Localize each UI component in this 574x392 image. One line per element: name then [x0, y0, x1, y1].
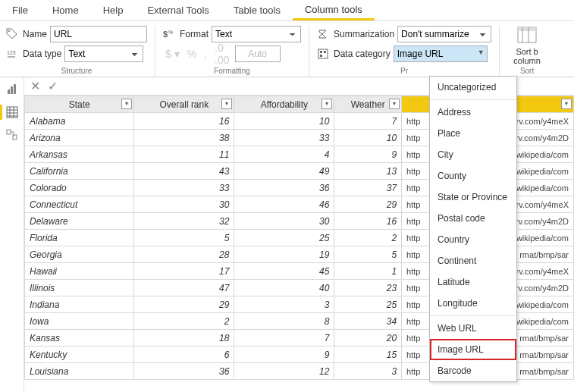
- cell-weather[interactable]: 13: [334, 163, 402, 180]
- cell-weather[interactable]: 3: [334, 363, 402, 380]
- cell-weather[interactable]: 34: [334, 313, 402, 330]
- report-view-icon[interactable]: [5, 82, 20, 97]
- cell-state[interactable]: Indiana: [25, 296, 134, 313]
- cell-state[interactable]: Florida: [25, 230, 134, 246]
- cell-affordability[interactable]: 9: [234, 347, 334, 363]
- format-select[interactable]: Text: [212, 26, 301, 42]
- dropdown-option[interactable]: Place: [430, 123, 516, 144]
- cell-state[interactable]: Kentucky: [25, 347, 134, 363]
- cell-affordability[interactable]: 36: [234, 180, 334, 196]
- cell-affordability[interactable]: 46: [234, 196, 334, 213]
- cell-affordability[interactable]: 4: [234, 146, 334, 163]
- cell-rank[interactable]: 18: [134, 330, 234, 347]
- cancel-icon[interactable]: ✕: [30, 79, 40, 93]
- cell-affordability[interactable]: 30: [234, 213, 334, 230]
- dropdown-option[interactable]: County: [430, 165, 516, 187]
- dropdown-option[interactable]: Image URL: [430, 339, 516, 360]
- column-filter-icon[interactable]: ▾: [121, 99, 132, 109]
- cell-affordability[interactable]: 49: [234, 163, 334, 180]
- cell-state[interactable]: Louisiana: [25, 363, 134, 380]
- model-view-icon[interactable]: [5, 127, 20, 143]
- cell-weather[interactable]: 10: [334, 130, 402, 146]
- column-header[interactable]: Weather▾: [334, 96, 402, 113]
- dropdown-option[interactable]: City: [430, 144, 516, 165]
- menu-table-tools[interactable]: Table tools: [221, 0, 293, 20]
- cell-weather[interactable]: 37: [334, 180, 402, 196]
- column-header[interactable]: Overall rank▾: [134, 96, 234, 113]
- cell-weather[interactable]: 7: [334, 113, 402, 130]
- currency-button[interactable]: $ ▾: [163, 48, 182, 60]
- cell-rank[interactable]: 16: [134, 113, 234, 130]
- cell-state[interactable]: Delaware: [25, 213, 134, 230]
- cell-affordability[interactable]: 10: [234, 113, 334, 130]
- percent-button[interactable]: %: [185, 48, 199, 60]
- cell-state[interactable]: Arkansas: [25, 146, 134, 163]
- cell-affordability[interactable]: 8: [234, 313, 334, 330]
- cell-affordability[interactable]: 33: [234, 130, 334, 146]
- cell-affordability[interactable]: 7: [234, 330, 334, 347]
- menu-external-tools[interactable]: External Tools: [135, 0, 221, 20]
- data-view-icon[interactable]: [0, 105, 20, 120]
- cell-rank[interactable]: 29: [134, 296, 234, 313]
- cell-state[interactable]: California: [25, 163, 134, 180]
- column-filter-icon[interactable]: ▾: [322, 99, 332, 109]
- sort-by-column-button[interactable]: Sort b column: [507, 26, 547, 65]
- dropdown-option[interactable]: Barcode: [430, 360, 516, 381]
- thousands-button[interactable]: ,: [202, 48, 209, 60]
- dropdown-option[interactable]: State or Province: [430, 187, 516, 208]
- menu-column-tools[interactable]: Column tools: [293, 0, 375, 20]
- column-header[interactable]: State▾: [25, 96, 134, 113]
- dropdown-option[interactable]: Address: [430, 102, 516, 123]
- cell-rank[interactable]: 2: [134, 313, 234, 330]
- cell-state[interactable]: Colorado: [25, 180, 134, 196]
- cell-rank[interactable]: 33: [134, 180, 234, 196]
- cell-weather[interactable]: 23: [334, 280, 402, 296]
- summarization-select[interactable]: Don't summarize: [397, 26, 491, 42]
- dropdown-option[interactable]: Latitude: [430, 271, 516, 293]
- cell-state[interactable]: Illinois: [25, 280, 134, 296]
- cell-state[interactable]: Iowa: [25, 313, 134, 330]
- column-filter-icon[interactable]: ▾: [389, 99, 400, 109]
- datacategory-select[interactable]: [394, 45, 488, 62]
- cell-rank[interactable]: 17: [134, 263, 234, 280]
- name-input[interactable]: [50, 26, 147, 42]
- dropdown-option[interactable]: Continent: [430, 250, 516, 271]
- cell-weather[interactable]: 20: [334, 330, 402, 347]
- dropdown-option[interactable]: Postal code: [430, 208, 516, 229]
- cell-affordability[interactable]: 12: [234, 363, 334, 380]
- cell-affordability[interactable]: 40: [234, 280, 334, 296]
- cell-rank[interactable]: 30: [134, 196, 234, 213]
- cell-state[interactable]: Kansas: [25, 330, 134, 347]
- menu-file[interactable]: File: [0, 0, 40, 20]
- cell-weather[interactable]: 16: [334, 213, 402, 230]
- cell-weather[interactable]: 1: [334, 263, 402, 280]
- column-filter-icon[interactable]: ▾: [221, 99, 232, 109]
- datatype-select[interactable]: Text: [64, 45, 143, 62]
- cell-rank[interactable]: 47: [134, 280, 234, 296]
- cell-affordability[interactable]: 19: [234, 246, 334, 263]
- cell-weather[interactable]: 29: [334, 196, 402, 213]
- menu-help[interactable]: Help: [91, 0, 136, 20]
- cell-affordability[interactable]: 25: [234, 230, 334, 246]
- cell-weather[interactable]: 5: [334, 246, 402, 263]
- column-filter-icon[interactable]: ▾: [561, 99, 572, 109]
- cell-rank[interactable]: 5: [134, 230, 234, 246]
- commit-icon[interactable]: ✓: [48, 79, 58, 93]
- menu-home[interactable]: Home: [40, 0, 91, 20]
- dropdown-option[interactable]: Country: [430, 229, 516, 250]
- cell-rank[interactable]: 6: [134, 347, 234, 363]
- column-header[interactable]: Affordability▾: [234, 96, 334, 113]
- cell-state[interactable]: Connecticut: [25, 196, 134, 213]
- cell-affordability[interactable]: 45: [234, 263, 334, 280]
- cell-state[interactable]: Arizona: [25, 130, 134, 146]
- cell-weather[interactable]: 9: [334, 146, 402, 163]
- cell-weather[interactable]: 15: [334, 347, 402, 363]
- decimal-button[interactable]: .0.00: [212, 42, 231, 66]
- cell-rank[interactable]: 38: [134, 130, 234, 146]
- cell-weather[interactable]: 2: [334, 230, 402, 246]
- cell-rank[interactable]: 32: [134, 213, 234, 230]
- cell-state[interactable]: Hawaii: [25, 263, 134, 280]
- cell-affordability[interactable]: 3: [234, 296, 334, 313]
- cell-rank[interactable]: 43: [134, 163, 234, 180]
- cell-rank[interactable]: 28: [134, 246, 234, 263]
